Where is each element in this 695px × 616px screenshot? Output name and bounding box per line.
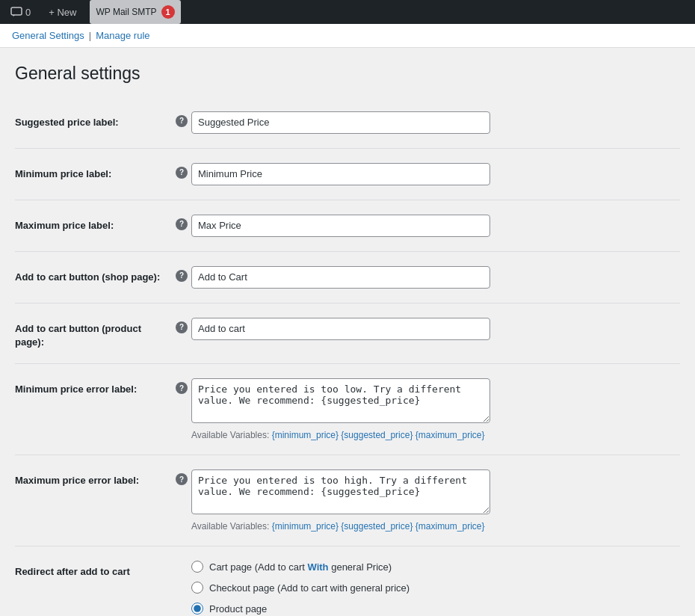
redirect-label: Redirect after add to cart (15, 561, 172, 579)
minimum-price-help-icon[interactable]: ? (176, 167, 188, 179)
max-price-available-vars: Available Variables: {minimum_price} {su… (191, 521, 490, 532)
max-price-error-label: Maximum price error label: (15, 469, 172, 487)
min-price-error-help-icon[interactable]: ? (176, 382, 188, 394)
add-to-cart-product-help-icon[interactable]: ? (176, 321, 188, 333)
suggested-price-help-icon[interactable]: ? (176, 115, 188, 127)
admin-bar-new[interactable]: + New (44, 0, 81, 24)
breadcrumb-parent[interactable]: General Settings (12, 30, 84, 41)
main-content: General settings Suggested price label: … (0, 48, 695, 616)
add-to-cart-product-label: Add to cart button (product page): (15, 318, 172, 349)
minimum-price-label: Minimum price label: (15, 163, 172, 181)
minimum-price-row: Minimum price label: ? (15, 152, 680, 197)
add-to-cart-shop-input-wrapper (191, 266, 680, 289)
breadcrumb-separator: | (89, 30, 91, 41)
redirect-product-label: Product page (209, 603, 267, 615)
suggested-price-input-wrapper (191, 111, 680, 134)
page-title: General settings (15, 63, 680, 85)
comment-icon (10, 7, 22, 17)
maximum-price-input[interactable] (191, 215, 490, 237)
maximum-price-input-wrapper (191, 215, 680, 237)
add-to-cart-shop-input[interactable] (191, 266, 490, 289)
suggested-price-input[interactable] (191, 111, 490, 134)
add-to-cart-product-input-wrapper (191, 318, 680, 340)
add-to-cart-shop-help-icon[interactable]: ? (176, 270, 188, 282)
svg-rect-0 (11, 7, 22, 15)
add-to-cart-product-input[interactable] (191, 318, 490, 340)
redirect-checkout-label: Checkout page (Add to cart with general … (209, 582, 410, 594)
redirect-options-wrapper: Cart page (Add to cart With general Pric… (191, 561, 680, 615)
minimum-price-input[interactable] (191, 163, 490, 185)
redirect-cart-option[interactable]: Cart page (Add to cart With general Pric… (191, 561, 680, 573)
suggested-price-row: Suggested price label: ? (15, 100, 680, 145)
min-price-error-input-wrapper: Available Variables: {minimum_price} {su… (191, 378, 680, 440)
redirect-checkout-option[interactable]: Checkout page (Add to cart with general … (191, 582, 680, 594)
admin-bar-plugin[interactable]: WP Mail SMTP 1 (90, 0, 180, 24)
redirect-cart-label: Cart page (Add to cart With general Pric… (209, 561, 392, 573)
maximum-price-row: Maximum price label: ? (15, 203, 680, 248)
redirect-row: Redirect after add to cart ? Cart page (… (15, 549, 680, 616)
max-price-error-help-icon[interactable]: ? (176, 473, 188, 485)
admin-bar-comments[interactable]: 0 (6, 0, 35, 24)
add-to-cart-shop-label: Add to cart button (shop page): (15, 266, 172, 284)
min-price-error-label: Minimum price error label: (15, 378, 172, 396)
redirect-checkout-radio[interactable] (191, 582, 203, 594)
min-price-error-textarea[interactable] (191, 378, 490, 423)
redirect-product-option[interactable]: Product page (191, 603, 680, 615)
maximum-price-label: Maximum price label: (15, 215, 172, 232)
min-price-available-vars: Available Variables: {minimum_price} {su… (191, 430, 490, 440)
max-price-error-row: Maximum price error label: ? Available V… (15, 458, 680, 543)
max-price-error-input-wrapper: Available Variables: {minimum_price} {su… (191, 469, 680, 532)
plugin-notification-badge: 1 (161, 5, 175, 19)
redirect-cart-radio[interactable] (191, 561, 203, 573)
comment-count: 0 (25, 7, 31, 18)
breadcrumb-child[interactable]: Manage rule (96, 30, 149, 41)
add-to-cart-product-row: Add to cart button (product page): ? (15, 307, 680, 360)
max-price-error-textarea[interactable] (191, 469, 490, 514)
suggested-price-label: Suggested price label: (15, 111, 172, 129)
minimum-price-input-wrapper (191, 163, 680, 185)
add-to-cart-shop-row: Add to cart button (shop page): ? (15, 255, 680, 300)
redirect-radio-group: Cart page (Add to cart With general Pric… (191, 561, 680, 615)
content-wrapper: General settings Suggested price label: … (0, 48, 695, 616)
redirect-product-radio[interactable] (191, 603, 203, 615)
breadcrumb: General Settings | Manage rule (0, 24, 695, 48)
min-price-error-row: Minimum price error label: ? Available V… (15, 367, 680, 452)
maximum-price-help-icon[interactable]: ? (176, 218, 188, 230)
admin-bar: 0 + New WP Mail SMTP 1 (0, 0, 695, 24)
suggested-price-help[interactable]: ? (172, 111, 191, 127)
